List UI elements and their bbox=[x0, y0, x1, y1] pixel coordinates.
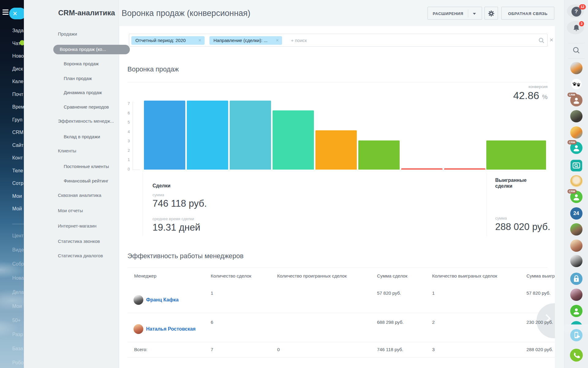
left-menu-item[interactable]: Виде bbox=[12, 247, 24, 253]
search-button[interactable] bbox=[572, 46, 581, 55]
lock-avatar[interactable] bbox=[570, 273, 582, 285]
contact-avatar[interactable] bbox=[570, 305, 582, 317]
left-menu-item[interactable]: Груп bbox=[12, 117, 24, 123]
menu-item[interactable]: Статистика звонков bbox=[58, 239, 100, 244]
funnel-bar[interactable] bbox=[230, 101, 271, 170]
menu-item[interactable]: Клиенты bbox=[58, 148, 76, 153]
funnel-bar[interactable] bbox=[187, 101, 228, 170]
menu-item[interactable]: Вклад в продажи bbox=[64, 134, 100, 139]
left-menu-item[interactable]: Собр bbox=[12, 261, 24, 267]
left-menu-item[interactable]: Мои bbox=[12, 304, 24, 309]
crm-badge: CRM bbox=[567, 189, 577, 194]
hamburger-icon[interactable] bbox=[2, 10, 9, 10]
left-menu-item[interactable]: Мой bbox=[12, 206, 24, 212]
crm-search-app-icon[interactable] bbox=[571, 160, 582, 171]
menu-item[interactable]: Мои отчеты bbox=[58, 208, 83, 213]
bitrix24-avatar[interactable]: 24 bbox=[570, 207, 582, 220]
avatar[interactable] bbox=[570, 110, 582, 122]
left-menu-item[interactable]: Врем bbox=[12, 104, 24, 110]
page-title: Воронка продаж (конверсионная) bbox=[122, 9, 250, 18]
funnel-bar[interactable] bbox=[358, 140, 400, 170]
left-menu-item[interactable]: CRM bbox=[12, 130, 24, 135]
manager-avatar[interactable] bbox=[134, 324, 143, 334]
menu-item[interactable]: Сравнение периодов bbox=[64, 104, 109, 109]
telephony-avatar[interactable] bbox=[570, 349, 583, 362]
chevron-down-icon[interactable] bbox=[473, 13, 476, 15]
y-axis-label: 1 bbox=[123, 157, 130, 162]
menu-item[interactable]: Финансовый рейтинг bbox=[64, 178, 108, 183]
feedback-button[interactable]: ОБРАТНАЯ СВЯЗЬ bbox=[501, 7, 554, 20]
extensions-button[interactable]: РАСШИРЕНИЯ bbox=[428, 7, 482, 20]
menu-item-selected[interactable]: Воронка продаж (ко... bbox=[53, 45, 130, 54]
avatar[interactable] bbox=[570, 240, 582, 252]
left-menu-item[interactable]: Почт bbox=[12, 92, 24, 97]
funnel-bar[interactable] bbox=[273, 110, 314, 170]
left-menu-item[interactable]: Дела bbox=[12, 289, 24, 295]
manager-link[interactable]: Франц Кафка bbox=[146, 297, 179, 303]
y-axis-label: 4 bbox=[123, 129, 130, 134]
left-menu-item[interactable]: База bbox=[12, 346, 24, 351]
table-header: Количество сделок bbox=[211, 273, 251, 278]
remove-chip-icon[interactable]: ✕ bbox=[276, 38, 279, 43]
table-header: Менеджер bbox=[134, 273, 156, 278]
funnel-bar[interactable] bbox=[444, 168, 485, 170]
left-menu-item[interactable]: Мои bbox=[12, 194, 24, 199]
funnel-bar[interactable] bbox=[315, 130, 357, 170]
avatar-kafka[interactable] bbox=[570, 255, 582, 267]
avatar[interactable] bbox=[570, 62, 582, 74]
left-menu-item[interactable]: Теле bbox=[12, 168, 24, 174]
remove-chip-icon[interactable]: ✕ bbox=[198, 38, 202, 43]
settings-button[interactable] bbox=[484, 7, 498, 20]
mobile-app-avatar[interactable] bbox=[570, 329, 582, 341]
search-icon[interactable] bbox=[538, 37, 545, 44]
menu-item[interactable]: Сквозная аналитика bbox=[58, 193, 101, 198]
left-menu-item[interactable]: Зада bbox=[12, 28, 24, 33]
left-menu-item[interactable]: Ново bbox=[12, 53, 24, 59]
menu-item[interactable]: Динамика продаж bbox=[64, 90, 102, 95]
avatar[interactable] bbox=[570, 289, 582, 301]
menu-item[interactable]: Интернет-магазин bbox=[58, 223, 96, 228]
left-menu-item[interactable]: Сотр bbox=[12, 181, 24, 186]
crm-contact-avatar[interactable]: CRM bbox=[570, 191, 582, 203]
close-slider-button[interactable]: ✕ bbox=[9, 8, 26, 19]
menu-item[interactable]: План продаж bbox=[64, 76, 92, 81]
left-menu-item[interactable]: Цент bbox=[12, 233, 24, 239]
left-menu-item[interactable]: Нова bbox=[12, 275, 24, 281]
filter-chip[interactable]: Отчетный период: 2020✕ bbox=[131, 36, 205, 45]
left-menu-item[interactable]: Кале bbox=[12, 79, 24, 84]
left-menu-item[interactable]: Конт bbox=[12, 155, 24, 161]
crm-contact-avatar[interactable]: CRM bbox=[570, 142, 582, 154]
menu-item[interactable]: Воронка продаж bbox=[64, 61, 99, 66]
table-header: Количество выиграных сделок bbox=[432, 273, 497, 278]
left-menu-item[interactable]: 50+ bbox=[12, 318, 24, 323]
paw-avatar[interactable] bbox=[571, 79, 582, 89]
funnel-bar[interactable] bbox=[486, 140, 546, 170]
left-menu-item[interactable]: Диск bbox=[12, 66, 24, 72]
filter-search-bar[interactable]: Отчетный период: 2020✕Направление (сделк… bbox=[129, 34, 548, 47]
chat-counter-badge bbox=[20, 40, 24, 45]
menu-item[interactable]: Продажи bbox=[58, 31, 77, 36]
menu-item[interactable]: Постоянные клиенты bbox=[64, 164, 109, 169]
left-menu-item[interactable]: Разр bbox=[12, 332, 24, 337]
avatar[interactable] bbox=[570, 175, 582, 187]
manager-avatar[interactable] bbox=[134, 295, 143, 305]
funnel-bar[interactable] bbox=[401, 168, 443, 170]
clear-filter-icon[interactable]: ✕ bbox=[549, 37, 553, 43]
left-menu-item[interactable]: Сайт bbox=[12, 143, 24, 148]
funnel-bar[interactable] bbox=[144, 101, 185, 170]
crm-contact-avatar[interactable]: CRM bbox=[570, 94, 582, 106]
y-axis-label: 7 bbox=[123, 101, 130, 106]
manager-link[interactable]: Наталья Ростовская bbox=[146, 326, 196, 332]
menu-item[interactable]: Эффективность менедж... bbox=[58, 118, 114, 124]
avatar[interactable] bbox=[570, 223, 582, 236]
avatar[interactable] bbox=[570, 126, 582, 139]
left-menu-item[interactable]: Робо bbox=[12, 360, 24, 366]
close-icon: ✕ bbox=[13, 10, 17, 17]
filter-chip[interactable]: Направление (сделки): ...✕ bbox=[209, 36, 282, 45]
menu-item[interactable]: Статистика диалогов bbox=[58, 253, 103, 258]
right-toolbar: ? 12 3 CRM CRM CRM24 bbox=[564, 0, 588, 368]
search-placeholder: + поиск bbox=[291, 38, 307, 43]
help-counter: 12 bbox=[579, 4, 586, 10]
table-header: Сумма сделок bbox=[377, 273, 407, 278]
deals-avg-time: 19.31 дней bbox=[153, 222, 200, 233]
